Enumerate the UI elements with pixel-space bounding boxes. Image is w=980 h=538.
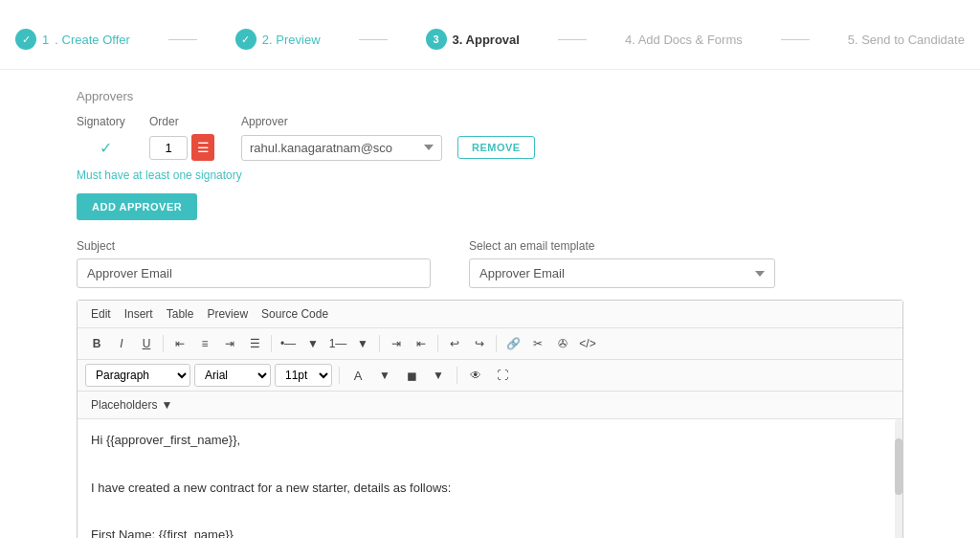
- editor-menubar: Edit Insert Table Preview Source Code: [78, 301, 902, 328]
- list-ul-chevron-button[interactable]: ▼: [301, 332, 324, 355]
- step-circle-preview: ✓: [235, 29, 256, 50]
- step-divider-4: [781, 39, 810, 40]
- signatory-checkbox: ✓: [77, 139, 134, 157]
- link-button[interactable]: 🔗: [501, 332, 524, 355]
- subject-label: Subject: [77, 239, 431, 253]
- subject-email-row: Subject Select an email template Approve…: [77, 239, 903, 288]
- col-header-signatory: Signatory: [77, 115, 134, 128]
- toolbar-sep-3: [379, 335, 380, 352]
- editor-scrollbar-thumb: [895, 438, 902, 495]
- email-template-label: Select an email template: [469, 239, 775, 253]
- step-label-create-offer: 1: [42, 33, 49, 47]
- placeholders-label: Placeholders: [91, 398, 157, 412]
- checkmark-icon: ✓: [100, 139, 112, 157]
- indent-right-button[interactable]: ⇥: [385, 332, 408, 355]
- format-sep-1: [339, 367, 340, 384]
- redo-button[interactable]: ↪: [468, 332, 491, 355]
- approver-select[interactable]: rahul.kanagaratnam@sco: [241, 135, 442, 161]
- rich-text-editor: Edit Insert Table Preview Source Code B …: [77, 300, 903, 538]
- approvers-section-title: Approvers: [77, 89, 903, 103]
- toolbar-sep-5: [496, 335, 497, 352]
- placeholders-bar: Placeholders ▼: [78, 392, 902, 419]
- step-divider-3: [558, 39, 587, 40]
- col-header-order: Order: [149, 115, 226, 128]
- code-button[interactable]: </>: [576, 332, 599, 355]
- font-color-chevron[interactable]: ▼: [373, 364, 396, 387]
- step-divider-1: [168, 39, 197, 40]
- approver-table-headers: Signatory Order Approver: [77, 115, 903, 128]
- editor-format-bar: Paragraph Arial 11pt A ▼ ◼ ▼ 👁 ⛶: [78, 360, 902, 392]
- step-approval[interactable]: 3 3. Approval: [426, 29, 520, 50]
- editor-wrapper: Hi {{approver_first_name}}, I have creat…: [78, 419, 902, 538]
- bold-button[interactable]: B: [85, 332, 108, 355]
- preview-toggle-button[interactable]: 👁: [464, 364, 487, 387]
- font-color-button[interactable]: A: [346, 364, 369, 387]
- approver-row: ✓ ☰ rahul.kanagaratnam@sco REMOVE: [77, 134, 903, 161]
- editor-line-3: I have created a new contract for a new …: [91, 479, 889, 499]
- editor-body[interactable]: Hi {{approver_first_name}}, I have creat…: [78, 419, 902, 538]
- menu-preview[interactable]: Preview: [201, 304, 254, 324]
- subject-group: Subject: [77, 239, 431, 288]
- editor-line-5: First Name: {{first_name}}: [91, 526, 889, 538]
- editor-toolbar: B I U ⇤ ≡ ⇥ ☰ •— ▼ 1— ▼ ⇥ ⇤ ↩ ↪ 🔗 ✂ ✇ </…: [78, 328, 902, 360]
- placeholders-chevron-icon: ▼: [161, 398, 172, 412]
- align-left-button[interactable]: ⇤: [168, 332, 191, 355]
- editor-scrollbar-track[interactable]: [895, 419, 902, 538]
- order-remove-icon: ☰: [197, 140, 210, 155]
- col-header-approver: Approver: [241, 115, 433, 128]
- must-have-note: Must have at least one signatory: [77, 168, 903, 182]
- email-template-group: Select an email template Approver Email: [469, 239, 775, 288]
- underline-button[interactable]: U: [135, 332, 158, 355]
- size-select[interactable]: 11pt: [275, 364, 332, 387]
- order-input-wrap: ☰: [149, 134, 226, 161]
- step-label-preview: 2. Preview: [262, 33, 321, 47]
- toolbar-sep-2: [271, 335, 272, 352]
- step-label-approval: 3. Approval: [453, 33, 520, 47]
- step-circle-create-offer: ✓: [15, 29, 36, 50]
- step-send-candidate[interactable]: 5. Send to Candidate: [848, 33, 965, 47]
- step-create-offer[interactable]: ✓ 1. Create Offer: [15, 29, 130, 50]
- highlight-chevron[interactable]: ▼: [427, 364, 450, 387]
- main-content: Approvers Signatory Order Approver ✓ ☰ r…: [0, 70, 980, 538]
- email-template-select[interactable]: Approver Email: [469, 258, 775, 288]
- editor-line-4: [91, 502, 889, 522]
- list-ul-button[interactable]: •—: [277, 332, 300, 355]
- italic-button[interactable]: I: [110, 332, 133, 355]
- step-circle-approval: 3: [426, 29, 447, 50]
- format-sep-2: [457, 367, 457, 384]
- step-add-docs[interactable]: 4. Add Docs & Forms: [625, 33, 743, 47]
- fullscreen-button[interactable]: ⛶: [491, 364, 514, 387]
- highlight-button[interactable]: ◼: [400, 364, 423, 387]
- add-approver-button[interactable]: ADD APPROVER: [77, 193, 197, 220]
- list-ol-chevron-button[interactable]: ▼: [351, 332, 374, 355]
- font-select[interactable]: Arial: [194, 364, 271, 387]
- align-right-button[interactable]: ⇥: [218, 332, 241, 355]
- image-button[interactable]: ✇: [551, 332, 574, 355]
- step-preview[interactable]: ✓ 2. Preview: [235, 29, 321, 50]
- menu-edit[interactable]: Edit: [85, 304, 117, 324]
- toolbar-sep-1: [163, 335, 164, 352]
- placeholders-dropdown-button[interactable]: Placeholders ▼: [85, 395, 178, 415]
- align-center-button[interactable]: ≡: [193, 332, 216, 355]
- remove-approver-button[interactable]: REMOVE: [457, 136, 535, 159]
- menu-source-code[interactable]: Source Code: [256, 304, 334, 324]
- align-justify-button[interactable]: ☰: [243, 332, 266, 355]
- step-label-send-candidate: 5. Send to Candidate: [848, 33, 965, 47]
- stepper: ✓ 1. Create Offer ✓ 2. Preview 3 3. Appr…: [0, 0, 980, 70]
- step-divider-2: [359, 39, 388, 40]
- subject-input[interactable]: [77, 258, 431, 288]
- menu-table[interactable]: Table: [161, 304, 200, 324]
- paragraph-format-select[interactable]: Paragraph: [85, 364, 190, 387]
- order-remove-button[interactable]: ☰: [191, 134, 214, 161]
- menu-insert[interactable]: Insert: [119, 304, 159, 324]
- editor-line-1: Hi {{approver_first_name}},: [91, 431, 889, 451]
- undo-button[interactable]: ↩: [443, 332, 466, 355]
- editor-line-2: [91, 455, 889, 475]
- indent-left-button[interactable]: ⇤: [410, 332, 433, 355]
- step-label-create-offer-text: . Create Offer: [55, 33, 130, 47]
- step-label-add-docs: 4. Add Docs & Forms: [625, 33, 743, 47]
- order-input[interactable]: [149, 136, 188, 160]
- toolbar-sep-4: [437, 335, 438, 352]
- list-ol-button[interactable]: 1—: [326, 332, 349, 355]
- unlink-button[interactable]: ✂: [526, 332, 549, 355]
